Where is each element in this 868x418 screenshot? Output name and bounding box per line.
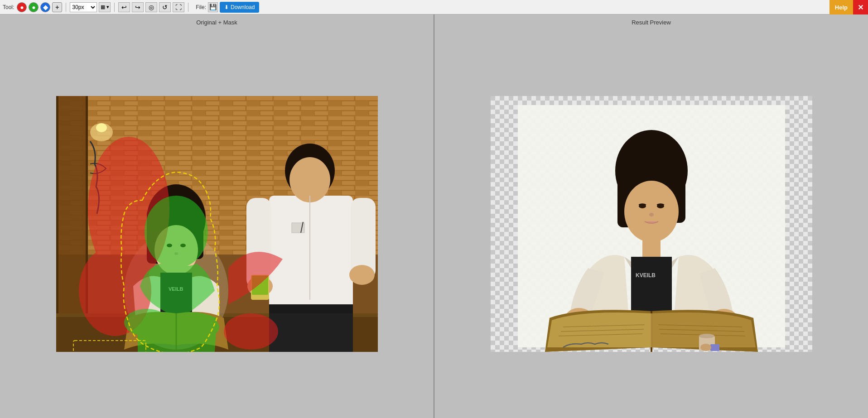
file-save-button[interactable]: 💾 xyxy=(208,2,218,12)
file-label: File: xyxy=(196,4,206,10)
download-label: Download xyxy=(231,4,255,10)
left-panel-title: Original + Mask xyxy=(196,19,237,26)
tool-label: Tool: xyxy=(3,4,14,10)
svg-rect-31 xyxy=(269,313,353,352)
svg-point-12 xyxy=(96,123,107,132)
svg-point-64 xyxy=(649,213,654,216)
svg-point-80 xyxy=(699,334,714,338)
separator-3 xyxy=(188,3,188,12)
eraser-tool-button[interactable]: ● xyxy=(17,2,27,12)
undo-button[interactable]: ↩ xyxy=(118,2,130,12)
left-canvas-area[interactable]: VEILB xyxy=(0,29,434,418)
download-button[interactable]: ⬇ Download xyxy=(220,2,259,13)
right-image-svg: KVEILB xyxy=(491,96,812,352)
svg-point-61 xyxy=(624,181,679,242)
redo-button[interactable]: ↪ xyxy=(132,2,144,12)
svg-point-40 xyxy=(349,265,375,285)
left-image-canvas[interactable]: VEILB xyxy=(56,96,378,352)
svg-rect-81 xyxy=(710,344,719,351)
target-button[interactable]: ◎ xyxy=(145,2,157,12)
right-canvas-area[interactable]: KVEILB xyxy=(434,29,868,418)
left-panel: Original + Mask xyxy=(0,14,434,418)
right-panel-title: Result Preview xyxy=(632,19,671,26)
close-button[interactable]: ✕ xyxy=(853,0,868,14)
separator-1 xyxy=(66,3,66,12)
grid-toggle-button[interactable]: ▦ ▾ xyxy=(99,2,111,12)
download-arrow-icon: ⬇ xyxy=(224,4,229,10)
svg-text:KVEILB: KVEILB xyxy=(636,272,656,279)
svg-point-45 xyxy=(224,313,278,350)
right-image-canvas: KVEILB xyxy=(491,96,812,352)
svg-point-82 xyxy=(700,344,711,351)
refine-tool-button[interactable]: ◆ xyxy=(40,2,50,12)
toolbar: Tool: ● ● ◆ + 5px 10px 15px 20px 30px 40… xyxy=(0,0,868,14)
main-content: Original + Mask xyxy=(0,14,868,418)
separator-2 xyxy=(114,3,115,12)
reset-button[interactable]: ↺ xyxy=(159,2,171,12)
help-button[interactable]: Help xyxy=(829,0,853,14)
foreground-tool-button[interactable]: ● xyxy=(29,2,39,12)
fullscreen-button[interactable]: ⛶ xyxy=(173,2,184,12)
window-controls: Help ✕ xyxy=(829,0,868,14)
brush-size-select[interactable]: 5px 10px 15px 20px 30px 40px 50px xyxy=(70,2,97,12)
add-tool-button[interactable]: + xyxy=(52,2,62,12)
left-image-svg: VEILB xyxy=(56,96,378,352)
right-panel: Result Preview xyxy=(434,14,868,418)
svg-point-46 xyxy=(145,196,208,268)
